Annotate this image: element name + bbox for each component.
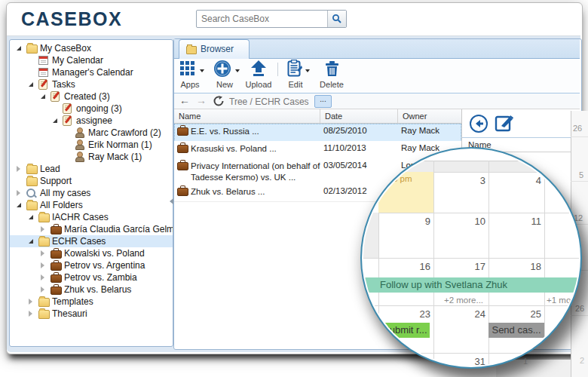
expand-arrow-icon[interactable] bbox=[29, 311, 32, 317]
folder-icon bbox=[186, 46, 197, 54]
sidebar-item-label: Manager's Calendar bbox=[52, 66, 133, 78]
column-header-owner[interactable]: Owner bbox=[398, 109, 462, 124]
screenshot-stage: CASEBOX My CaseBoxMy CalendarManager's C… bbox=[0, 0, 588, 377]
collapse-arrow-icon[interactable] bbox=[29, 215, 33, 219]
edit-button[interactable]: Edit bbox=[280, 60, 311, 91]
breadcrumb-more-button[interactable]: ... bbox=[314, 95, 332, 108]
cell-name: Zhuk vs. Belarus ... bbox=[191, 186, 320, 198]
sidebar-item-label: Zhuk vs. Belarus bbox=[64, 284, 131, 296]
sidebar-item-label: Lead bbox=[40, 163, 60, 175]
sidebar-item-tasks[interactable]: Tasks bbox=[10, 78, 173, 90]
cell-date: 02/13/2012 bbox=[323, 186, 367, 195]
expand-arrow-icon[interactable] bbox=[17, 166, 20, 172]
folder-icon bbox=[38, 238, 50, 247]
breadcrumb[interactable]: Tree / ECHR Cases bbox=[229, 97, 309, 107]
sidebar-item-label: All Folders bbox=[40, 199, 83, 211]
tab-browser[interactable]: Browser bbox=[179, 39, 250, 59]
expand-arrow-icon[interactable] bbox=[17, 190, 20, 196]
sidebar-item-thesauri[interactable]: Thesauri bbox=[10, 308, 173, 320]
expand-arrow-icon[interactable] bbox=[41, 226, 44, 232]
expand-arrow-icon[interactable] bbox=[41, 250, 44, 256]
sidebar-item-support[interactable]: Support bbox=[10, 175, 173, 187]
sidebar-item-lead[interactable]: Lead bbox=[10, 163, 173, 175]
tab-label: Browser bbox=[201, 44, 234, 54]
sidebar-item-assignee[interactable]: assignee bbox=[10, 115, 173, 127]
search-icon bbox=[26, 188, 35, 198]
preview-edit-button[interactable] bbox=[495, 114, 514, 133]
calendar-date: 4 bbox=[496, 175, 541, 186]
collapse-arrow-icon[interactable] bbox=[29, 82, 33, 87]
calendar-date: 3 bbox=[440, 175, 485, 186]
sidebar-item-petrov-vs-zambia[interactable]: Petrov vs. Zambia bbox=[10, 271, 173, 284]
magnifier-bubble: 6:56 pm 349101116171823242531 Follow up … bbox=[360, 147, 582, 369]
more-events-link[interactable]: +1 mor bbox=[547, 296, 574, 305]
expand-arrow-icon[interactable] bbox=[41, 262, 44, 268]
sidebar-item-ongoing-3[interactable]: ongoing (3) bbox=[10, 103, 173, 115]
user-icon bbox=[75, 152, 84, 161]
sidebar-item-templates[interactable]: Templates bbox=[10, 296, 173, 308]
calendar-date: 24 bbox=[440, 308, 485, 320]
more-events-link[interactable]: +2 more... bbox=[439, 296, 488, 305]
collapse-arrow-icon[interactable] bbox=[17, 46, 21, 51]
event-follow-up[interactable]: Follow up with Svetlana Zhuk bbox=[363, 277, 579, 293]
cell-name: E.E. vs. Russia ... bbox=[191, 126, 320, 137]
edge-calendar-date: 1 bbox=[523, 357, 528, 366]
sidebar-item-label: ongoing (3) bbox=[76, 103, 122, 115]
sidebar-item-my-calendar[interactable]: My Calendar bbox=[10, 54, 173, 66]
folder-icon bbox=[26, 165, 38, 174]
sidebar-item-label: My CaseBox bbox=[40, 42, 91, 54]
collapse-arrow-icon[interactable] bbox=[41, 94, 45, 99]
delete-label: Delete bbox=[314, 80, 350, 89]
sidebar-item-label: Petrov vs. Zambia bbox=[64, 271, 137, 284]
sidebar-item-all-folders[interactable]: All Folders bbox=[10, 199, 173, 211]
case-icon bbox=[51, 262, 62, 271]
forward-arrow[interactable]: → bbox=[196, 95, 207, 106]
sidebar-item-petrov-vs-argentina[interactable]: Petrov vs. Argentina bbox=[10, 259, 173, 271]
collapse-arrow-icon[interactable] bbox=[53, 118, 57, 123]
edge-calendar-date: 26 bbox=[575, 304, 584, 313]
column-header-name[interactable]: Name bbox=[174, 109, 320, 124]
search-input[interactable] bbox=[200, 11, 326, 26]
upload-button[interactable]: Upload bbox=[241, 60, 276, 91]
sidebar-item-echr-cases[interactable]: ECHR Cases bbox=[10, 235, 173, 247]
sidebar-item-created-3[interactable]: Created (3) bbox=[10, 90, 173, 103]
grid-line bbox=[363, 258, 579, 259]
collapse-arrow-icon[interactable] bbox=[17, 203, 21, 207]
table-row[interactable]: Krasuski vs. Poland ...11/10/2013Ray Mac… bbox=[174, 141, 461, 159]
folder-icon bbox=[38, 298, 50, 307]
sidebar-item-marc-crawford-2[interactable]: Marc Crawford (2) bbox=[10, 127, 173, 139]
sidebar-item-kowalski-vs-poland[interactable]: Kowalski vs. Poland bbox=[10, 247, 173, 259]
folder-icon bbox=[38, 310, 50, 319]
sidebar-item-label: María Claudia García Gelman vs. bbox=[64, 223, 173, 235]
sidebar-item-ray-mack-1[interactable]: Ray Mack (1) bbox=[10, 151, 173, 163]
back-arrow[interactable]: ← bbox=[179, 95, 190, 106]
search-button[interactable] bbox=[327, 11, 346, 27]
sidebar-item-my-casebox[interactable]: My CaseBox bbox=[10, 42, 173, 54]
calendar-date: 23 bbox=[385, 308, 430, 320]
sidebar-item-zhuk-vs-belarus[interactable]: Zhuk vs. Belarus bbox=[10, 284, 173, 296]
sidebar-item-all-my-cases[interactable]: All my cases bbox=[10, 187, 173, 199]
upload-label: Upload bbox=[241, 80, 276, 89]
edge-calendar-date: 2 bbox=[580, 356, 584, 365]
sidebar-item-erik-norman-1[interactable]: Erik Norman (1) bbox=[10, 139, 173, 151]
dropdown-arrow-icon bbox=[305, 69, 310, 72]
sidebar-item-manager-s-calendar[interactable]: Manager's Calendar bbox=[10, 66, 173, 78]
expand-arrow-icon[interactable] bbox=[41, 274, 44, 280]
sidebar-item-label: Erik Norman (1) bbox=[88, 139, 152, 151]
event-send-case[interactable]: Send cas... bbox=[488, 323, 544, 338]
collapse-arrow-icon[interactable] bbox=[29, 239, 33, 244]
new-button[interactable]: New bbox=[208, 60, 241, 91]
column-header-date[interactable]: Date bbox=[320, 109, 398, 124]
refresh-icon[interactable] bbox=[213, 96, 224, 106]
calendar-date: 17 bbox=[440, 261, 485, 272]
table-row[interactable]: E.E. vs. Russia ...08/25/2010Ray Mack bbox=[174, 124, 461, 142]
expand-arrow-icon[interactable] bbox=[29, 299, 32, 305]
sidebar-item-iachr-cases[interactable]: IACHR Cases bbox=[10, 211, 173, 223]
apps-button[interactable]: Apps bbox=[173, 60, 207, 91]
delete-button[interactable]: Delete bbox=[314, 60, 350, 91]
expand-arrow-icon[interactable] bbox=[41, 287, 44, 293]
sidebar-item-mar-a-claudia-garc-a-gelman-vs[interactable]: María Claudia García Gelman vs. bbox=[10, 223, 173, 235]
folder-icon bbox=[38, 213, 50, 222]
search-icon bbox=[332, 14, 342, 24]
preview-back-button[interactable] bbox=[469, 114, 488, 133]
